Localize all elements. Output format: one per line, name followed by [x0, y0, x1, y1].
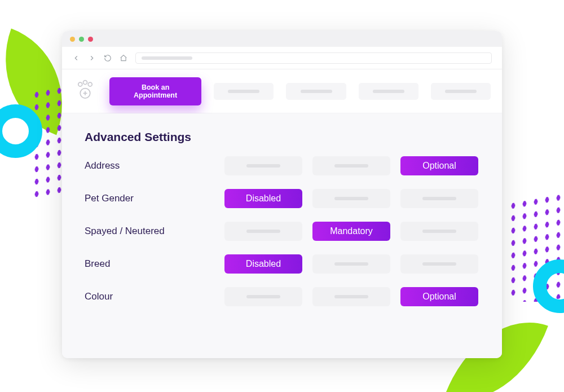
- nav-tab-placeholder[interactable]: [431, 83, 491, 100]
- window-control-icon[interactable]: [88, 37, 93, 42]
- window-titlebar: [62, 31, 502, 47]
- setting-label: Breed: [85, 258, 214, 270]
- browser-toolbar: [62, 47, 502, 69]
- browser-window: Book an Appointment Advanced Settings Ad…: [62, 31, 502, 358]
- svg-point-1: [83, 80, 87, 84]
- setting-row: ColourOptional: [85, 287, 479, 306]
- option-mandatory[interactable]: [312, 287, 390, 306]
- setting-row: Spayed / NeuteredMandatory: [85, 222, 479, 241]
- svg-point-2: [88, 82, 92, 86]
- setting-row: Pet GenderDisabled: [85, 189, 479, 208]
- option-disabled[interactable]: [224, 287, 302, 306]
- section-title: Advanced Settings: [85, 130, 479, 144]
- option-optional[interactable]: [400, 189, 478, 208]
- setting-label: Address: [85, 160, 214, 171]
- nav-tab-placeholder[interactable]: [214, 83, 274, 100]
- reload-icon[interactable]: [104, 54, 112, 62]
- nav-tab-placeholder[interactable]: [359, 83, 418, 100]
- window-control-icon[interactable]: [70, 37, 75, 42]
- app-header: Book an Appointment: [62, 69, 502, 113]
- option-optional[interactable]: Optional: [400, 156, 478, 175]
- setting-label: Colour: [85, 291, 214, 302]
- option-optional[interactable]: Optional: [400, 287, 478, 306]
- setting-label: Pet Gender: [85, 193, 214, 204]
- option-mandatory[interactable]: [312, 254, 390, 274]
- option-mandatory[interactable]: [312, 156, 390, 175]
- paw-logo-icon: [73, 78, 97, 104]
- back-icon[interactable]: [72, 54, 80, 62]
- option-optional[interactable]: [400, 254, 478, 274]
- option-disabled[interactable]: [224, 156, 302, 175]
- book-appointment-button[interactable]: Book an Appointment: [109, 77, 201, 105]
- forward-icon[interactable]: [88, 54, 96, 62]
- address-bar[interactable]: [135, 52, 492, 64]
- setting-label: Spayed / Neutered: [85, 226, 214, 237]
- home-icon[interactable]: [120, 54, 127, 62]
- svg-point-0: [78, 82, 82, 86]
- option-disabled[interactable]: Disabled: [224, 254, 302, 274]
- setting-row: BreedDisabled: [85, 254, 479, 274]
- option-optional[interactable]: [400, 222, 478, 241]
- nav-tab-placeholder[interactable]: [286, 83, 346, 100]
- option-disabled[interactable]: Disabled: [224, 189, 302, 208]
- option-mandatory[interactable]: [312, 189, 390, 208]
- setting-row: AddressOptional: [85, 156, 479, 175]
- option-mandatory[interactable]: Mandatory: [312, 222, 390, 241]
- window-control-icon[interactable]: [79, 37, 84, 42]
- option-disabled[interactable]: [224, 222, 302, 241]
- settings-panel: Advanced Settings AddressOptionalPet Gen…: [62, 113, 502, 358]
